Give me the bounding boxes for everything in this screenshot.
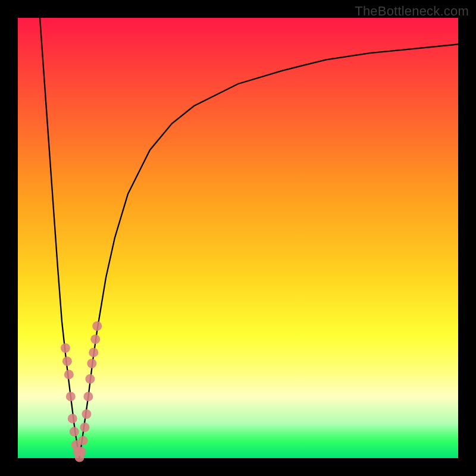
marker-point [89,347,98,357]
curve-left-branch [40,18,80,458]
marker-point [64,369,74,379]
marker-point [77,447,86,456]
marker-point [62,356,72,366]
marker-point [61,343,70,353]
marker-point [87,359,96,368]
attribution-text: TheBottleneck.com [355,4,469,19]
marker-point [82,409,91,419]
curves-svg [18,18,458,458]
marker-point [79,436,88,445]
marker-point [90,334,100,344]
curve-right-branch [80,44,458,458]
marker-point [83,392,93,401]
marker-point [80,422,89,432]
marker-point [85,374,95,384]
marker-point [92,321,102,331]
plot-area [18,18,458,458]
marker-point [66,392,76,401]
chart-frame: TheBottleneck.com [0,0,476,476]
marker-group [61,321,102,462]
marker-point [68,414,77,423]
marker-point [70,427,79,437]
